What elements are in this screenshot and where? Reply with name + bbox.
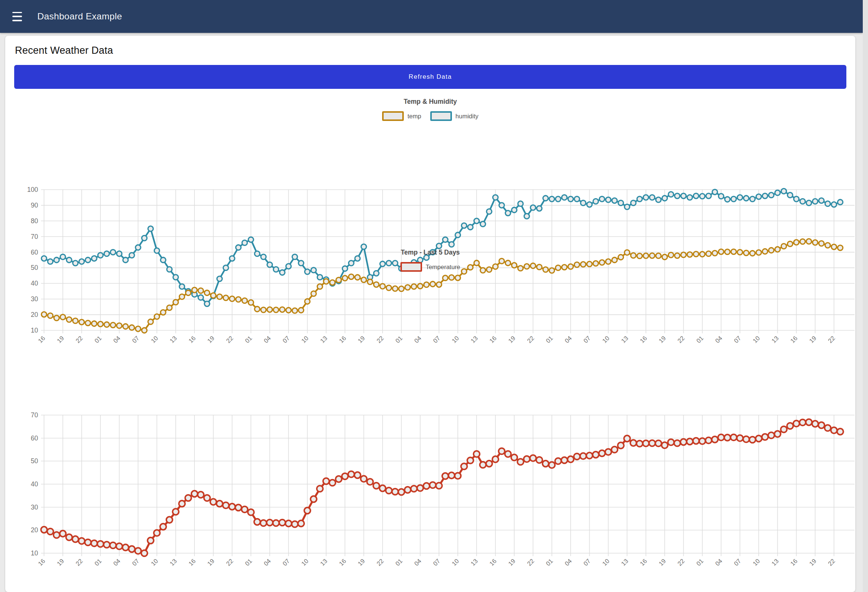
- svg-text:16: 16: [37, 557, 46, 567]
- svg-text:01: 01: [545, 557, 554, 567]
- svg-text:16: 16: [37, 334, 46, 344]
- svg-text:01: 01: [695, 557, 704, 567]
- svg-text:22: 22: [224, 334, 234, 344]
- legend-item-humidity[interactable]: humidity: [430, 111, 478, 121]
- svg-text:10: 10: [150, 334, 159, 344]
- svg-text:16: 16: [338, 334, 347, 344]
- svg-text:16: 16: [639, 334, 648, 344]
- svg-text:10: 10: [751, 334, 761, 344]
- svg-text:22: 22: [827, 557, 836, 567]
- svg-text:22: 22: [676, 334, 686, 344]
- svg-text:04: 04: [413, 557, 422, 567]
- svg-text:19: 19: [356, 557, 366, 567]
- svg-text:07: 07: [432, 557, 441, 567]
- svg-text:19: 19: [356, 334, 366, 344]
- legend-item-temp[interactable]: temp: [382, 111, 421, 121]
- svg-text:04: 04: [564, 557, 573, 567]
- svg-text:20: 20: [31, 526, 38, 534]
- page-title: Recent Weather Data: [15, 45, 113, 56]
- svg-text:22: 22: [676, 557, 686, 567]
- svg-text:07: 07: [131, 557, 140, 567]
- svg-text:04: 04: [413, 334, 422, 344]
- svg-text:19: 19: [657, 334, 667, 344]
- svg-text:22: 22: [375, 334, 385, 344]
- chart-legend-temperature: Temperature: [5, 262, 855, 272]
- svg-text:04: 04: [714, 334, 723, 344]
- svg-text:01: 01: [394, 334, 404, 344]
- svg-text:13: 13: [469, 334, 479, 344]
- svg-text:16: 16: [187, 334, 197, 344]
- svg-text:10: 10: [31, 326, 38, 334]
- svg-text:22: 22: [827, 334, 836, 344]
- svg-text:01: 01: [93, 334, 103, 344]
- svg-text:22: 22: [224, 557, 234, 567]
- svg-text:19: 19: [808, 334, 818, 344]
- svg-text:01: 01: [93, 557, 103, 567]
- svg-text:22: 22: [375, 557, 385, 567]
- svg-text:20: 20: [31, 311, 38, 318]
- svg-text:16: 16: [187, 557, 197, 567]
- svg-text:01: 01: [545, 334, 554, 344]
- svg-text:04: 04: [262, 334, 272, 344]
- svg-text:80: 80: [31, 217, 38, 225]
- temperature-chart: 1020304050607016192201040710131619220104…: [5, 388, 855, 592]
- svg-text:07: 07: [582, 557, 592, 567]
- chart-title-temp-last-5-days: Temp - Last 5 Days: [5, 249, 855, 257]
- svg-text:13: 13: [469, 557, 479, 567]
- svg-text:16: 16: [789, 334, 799, 344]
- chart-legend-temp-humidity: temphumidity: [5, 111, 855, 121]
- svg-text:07: 07: [131, 334, 140, 344]
- svg-text:30: 30: [31, 295, 38, 303]
- content-card: Recent Weather Data Refresh Data Temp & …: [5, 36, 855, 592]
- legend-label: humidity: [456, 113, 478, 120]
- svg-text:04: 04: [564, 334, 573, 344]
- svg-text:50: 50: [31, 457, 38, 465]
- svg-text:04: 04: [112, 334, 122, 344]
- svg-text:19: 19: [507, 557, 517, 567]
- svg-text:10: 10: [751, 557, 761, 567]
- svg-text:10: 10: [601, 334, 611, 344]
- svg-text:07: 07: [732, 334, 742, 344]
- svg-text:40: 40: [31, 480, 38, 488]
- svg-text:10: 10: [601, 557, 611, 567]
- legend-swatch: [400, 262, 422, 272]
- svg-text:07: 07: [582, 334, 592, 344]
- svg-text:13: 13: [620, 557, 630, 567]
- svg-text:07: 07: [281, 557, 291, 567]
- legend-swatch: [382, 111, 404, 121]
- svg-text:16: 16: [789, 557, 799, 567]
- svg-text:16: 16: [338, 557, 347, 567]
- svg-text:04: 04: [714, 557, 723, 567]
- svg-text:30: 30: [31, 503, 38, 511]
- svg-text:19: 19: [507, 334, 517, 344]
- svg-text:22: 22: [526, 557, 536, 567]
- menu-icon[interactable]: [12, 12, 22, 21]
- svg-text:10: 10: [450, 557, 460, 567]
- scrollbar-track[interactable]: [863, 0, 868, 592]
- svg-text:04: 04: [262, 557, 272, 567]
- refresh-data-button[interactable]: Refresh Data: [14, 65, 846, 89]
- svg-text:22: 22: [74, 557, 84, 567]
- legend-swatch: [430, 111, 452, 121]
- svg-text:04: 04: [112, 557, 122, 567]
- svg-text:70: 70: [31, 411, 38, 419]
- svg-text:60: 60: [31, 434, 38, 442]
- svg-text:19: 19: [206, 557, 216, 567]
- svg-text:19: 19: [808, 557, 818, 567]
- legend-label: temp: [407, 113, 421, 120]
- svg-text:19: 19: [657, 557, 667, 567]
- svg-text:16: 16: [488, 334, 498, 344]
- svg-text:13: 13: [770, 334, 780, 344]
- svg-text:10: 10: [150, 557, 159, 567]
- svg-text:01: 01: [244, 334, 253, 344]
- svg-text:16: 16: [488, 557, 498, 567]
- svg-text:10: 10: [31, 549, 38, 557]
- svg-text:70: 70: [31, 233, 38, 241]
- svg-text:100: 100: [27, 186, 38, 193]
- svg-text:13: 13: [168, 557, 178, 567]
- svg-text:90: 90: [31, 202, 38, 209]
- legend-item-temperature[interactable]: Temperature: [400, 262, 461, 272]
- svg-text:13: 13: [770, 557, 780, 567]
- app-title: Dashboard Example: [37, 11, 122, 22]
- svg-text:13: 13: [620, 334, 630, 344]
